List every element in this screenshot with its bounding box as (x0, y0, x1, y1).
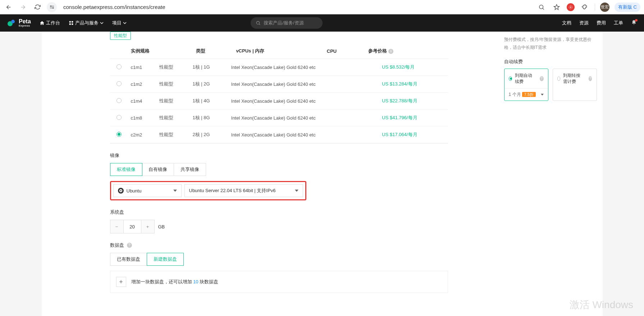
cell-type: 性能型 (156, 110, 189, 126)
tab-standard-image[interactable]: 标准镜像 (110, 163, 142, 176)
back-button[interactable] (4, 2, 14, 12)
info-icon: ? (589, 76, 592, 81)
profile-avatar[interactable]: 世宏 (600, 3, 609, 12)
nav-resources[interactable]: 资源 (579, 20, 589, 26)
cell-vcpu: 1核 | 2G (189, 76, 228, 93)
notifications-button[interactable] (631, 20, 637, 27)
col-price: 参考价格i (365, 43, 448, 59)
tab-shared-image[interactable]: 共享镜像 (174, 163, 206, 176)
cell-cpu: Intel Xeon(Cascade Lake) Gold 6240 etc (228, 126, 379, 143)
sysdisk-unit: GB (158, 224, 165, 229)
info-icon[interactable]: i (388, 49, 393, 54)
zoom-icon[interactable] (536, 2, 547, 12)
os-select[interactable]: Ubuntu (113, 184, 182, 197)
svg-point-5 (11, 20, 15, 23)
app-topbar: PetaExpress 工作台 产品与服务 项目 搜索产品/服务/资源 文档 资… (0, 14, 644, 32)
ubuntu-icon (118, 188, 124, 194)
url-bar[interactable]: console.petaexpress.com/instances/create (61, 4, 532, 10)
chevron-down-icon (173, 190, 177, 192)
cell-vcpu: 2核 | 2G (189, 126, 228, 143)
radio-icon (509, 76, 512, 81)
chevron-down-icon (541, 94, 544, 96)
svg-point-14 (120, 189, 120, 190)
radio-icon[interactable] (117, 98, 122, 103)
cell-type: 性能型 (156, 76, 189, 93)
side-panel: 预付费模式，按月/年预留资源，享受更优惠价格，适合中长期IT需求 自动续费 到期… (498, 32, 603, 316)
radio-icon (557, 76, 561, 81)
radio-icon[interactable] (117, 64, 122, 69)
bookmark-icon[interactable] (552, 2, 562, 12)
renew-option-ondemand[interactable]: 到期转按需计费? (553, 69, 597, 101)
table-row[interactable]: c1m2 性能型 1核 | 2G Intel Xeon(Cascade Lake… (110, 76, 448, 93)
chevron-down-icon (100, 21, 104, 25)
extension-badge-icon[interactable] (567, 3, 575, 11)
browser-toolbar: console.petaexpress.com/instances/create… (0, 0, 644, 14)
cell-spec: c1m2 (128, 76, 157, 93)
renew-period-select[interactable]: 1 个月 7.5折 (504, 88, 548, 101)
svg-point-2 (539, 5, 543, 9)
radio-icon[interactable] (117, 132, 122, 137)
info-icon: ? (540, 76, 544, 81)
nav-tickets[interactable]: 工单 (614, 20, 623, 26)
cell-price: US $22.788/每月 (379, 93, 448, 110)
site-settings-icon[interactable] (47, 2, 57, 12)
home-icon (40, 20, 45, 25)
svg-rect-9 (72, 23, 73, 25)
stepper-plus[interactable]: + (141, 220, 154, 233)
nav-docs[interactable]: 文档 (562, 20, 571, 26)
info-icon[interactable]: ? (127, 243, 132, 248)
tab-own-image[interactable]: 自有镜像 (142, 163, 174, 176)
image-tabs: 标准镜像 自有镜像 共享镜像 (110, 163, 206, 176)
cell-type: 性能型 (156, 126, 189, 143)
forward-button[interactable] (18, 2, 28, 12)
table-row[interactable]: c1m1 性能型 1核 | 1G Intel Xeon(Cascade Lake… (110, 59, 448, 76)
performance-tag: 性能型 (110, 32, 131, 40)
nav-fees[interactable]: 费用 (597, 20, 606, 26)
svg-point-10 (257, 21, 260, 24)
cell-cpu: Intel Xeon(Cascade Lake) Gold 6240 etc (228, 93, 379, 110)
table-row[interactable]: c1m4 性能型 1核 | 4G Intel Xeon(Cascade Lake… (110, 93, 448, 110)
svg-point-1 (52, 8, 54, 9)
add-disk-row: + 增加一块数据盘，还可以增加 10 块数据盘 (110, 271, 448, 293)
cell-type: 性能型 (156, 59, 189, 76)
stepper-minus[interactable]: − (110, 220, 123, 233)
table-row[interactable]: c1m8 性能型 1核 | 8G Intel Xeon(Cascade Lake… (110, 110, 448, 126)
cell-vcpu: 1核 | 1G (189, 59, 228, 76)
table-row[interactable]: c2m2 性能型 2核 | 2G Intel Xeon(Cascade Lake… (110, 126, 448, 143)
search-icon (256, 20, 261, 25)
radio-icon[interactable] (117, 81, 122, 86)
col-cpu: CPU (324, 43, 366, 59)
os-version-select[interactable]: Ubuntu Server 22.04 LTS 64bit | 支持IPv6 (184, 184, 303, 197)
col-vcpu: vCPUs | 内存 (233, 43, 324, 59)
extensions-icon[interactable] (580, 2, 590, 12)
renew-option-auto[interactable]: 到期自动续费? 1 个月 7.5折 (504, 69, 548, 101)
tab-existing-disk[interactable]: 已有数据盘 (110, 253, 147, 265)
svg-point-15 (120, 191, 120, 192)
new-version-badge[interactable]: 有新版 C (615, 3, 640, 12)
svg-point-0 (50, 6, 51, 7)
svg-point-3 (570, 6, 571, 8)
chevron-down-icon (123, 21, 127, 25)
tab-new-disk[interactable]: 新建数据盘 (147, 253, 184, 266)
cell-spec: c1m8 (128, 110, 157, 126)
search-input[interactable]: 搜索产品/服务/资源 (251, 17, 323, 29)
radio-icon[interactable] (117, 115, 122, 120)
logo[interactable]: PetaExpress (7, 19, 31, 27)
stepper-value[interactable]: 20 (123, 220, 141, 233)
col-type: 类型 (193, 43, 233, 59)
cell-cpu: Intel Xeon(Cascade Lake) Gold 6240 etc (228, 59, 379, 76)
cell-type: 性能型 (156, 93, 189, 110)
nav-project[interactable]: 项目 (112, 20, 127, 26)
add-disk-button[interactable]: + (116, 277, 126, 287)
reload-button[interactable] (32, 2, 42, 12)
cell-spec: c1m4 (128, 93, 157, 110)
datadisk-label: 数据盘? (110, 242, 448, 248)
nav-workbench[interactable]: 工作台 (40, 20, 60, 26)
nav-products[interactable]: 产品与服务 (69, 20, 104, 26)
datadisk-tabs: 已有数据盘 新建数据盘 (110, 253, 184, 266)
spec-table: 实例规格 类型 vCPUs | 内存 CPU 参考价格i (110, 43, 448, 59)
svg-rect-6 (69, 21, 71, 23)
add-disk-text: 增加一块数据盘，还可以增加 10 块数据盘 (131, 279, 219, 285)
chevron-down-icon (295, 190, 298, 192)
svg-point-13 (121, 190, 122, 191)
